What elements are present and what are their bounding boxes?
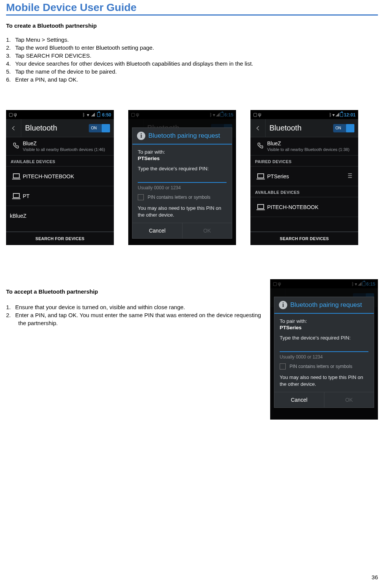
battery-icon: [97, 112, 100, 117]
step-text: Tap Menu > Settings.: [15, 36, 69, 43]
laptop-icon: [254, 173, 267, 180]
own-device-row[interactable]: BlueZ Visible to all nearby Bluetooth de…: [6, 137, 114, 156]
bluetooth-toggle[interactable]: ON: [333, 124, 354, 132]
pin-note: You may also need to type this PIN on th…: [280, 374, 368, 387]
section-heading-accept: To accept a Bluetooth partnership: [6, 288, 263, 295]
step-text: Your device searches for other devices w…: [15, 60, 253, 67]
pairing-dialog: i Bluetooth pairing request To pair with…: [132, 127, 232, 239]
info-icon: i: [137, 132, 145, 140]
actionbar: Bluetooth ON: [6, 119, 114, 137]
section-heading-create: To create a Bluetooth partnership: [6, 22, 378, 29]
own-device-sub: Visible to all nearby Bluetooth devices …: [267, 147, 354, 152]
laptop-icon: [10, 173, 23, 180]
pair-with-label: To pair with:: [280, 318, 368, 324]
pin-input[interactable]: [280, 351, 368, 352]
device-name: kBlueZ: [10, 213, 110, 219]
svg-rect-0: [13, 174, 19, 178]
steps-create: 1.Tap Menu > Settings. 2.Tap the word Bl…: [6, 36, 378, 83]
pin-letters-checkbox[interactable]: PIN contains letters or symbols: [280, 363, 368, 369]
available-header: AVAILABLE DEVICES: [6, 156, 114, 167]
actionbar-title: Bluetooth: [266, 124, 333, 132]
own-device-sub: Visible to all nearby Bluetooth devices …: [23, 147, 110, 152]
statusbar: ▢ψ ᛒ ▾ 6:50: [6, 110, 114, 119]
pair-device-name: PTSeries: [280, 325, 368, 330]
screenshot-accept-dialog: ▢ψ ᛒ▾6:15 i Bluetooth pairing request To…: [270, 279, 378, 420]
svg-rect-6: [258, 204, 264, 209]
device-name: PTSeries: [267, 173, 347, 179]
cancel-button[interactable]: Cancel: [274, 392, 324, 407]
device-row[interactable]: PT: [6, 186, 114, 206]
cancel-button[interactable]: Cancel: [132, 223, 183, 238]
page-number: 36: [371, 574, 378, 580]
screenshot-bluetooth-list: ▢ψ ᛒ ▾ 6:50 Bluetooth ON BlueZ Visible: [6, 110, 114, 245]
pair-device-name: PTSeries: [138, 156, 227, 161]
step-text: Tap the word Bluetooth to enter Bluetoot…: [15, 44, 154, 51]
steps-accept: 1.Ensure that your device is turned on, …: [6, 303, 263, 327]
wifi-icon: ▾: [87, 112, 89, 118]
bluetooth-toggle[interactable]: ON: [89, 124, 110, 132]
pin-letters-checkbox[interactable]: PIN contains letters or symbols: [138, 194, 227, 200]
checkbox-icon: [138, 194, 144, 200]
paired-header: PAIRED DEVICES: [250, 156, 358, 167]
laptop-icon: [10, 192, 23, 200]
phone-icon: [10, 142, 23, 151]
statusbar: ▢ψ ᛒ▾12:01: [250, 110, 358, 119]
dialog-title: i Bluetooth pairing request: [274, 297, 374, 314]
device-row[interactable]: PITECH-NOTEBOOK: [6, 167, 114, 186]
available-header: AVAILABLE DEVICES: [250, 186, 358, 197]
step-text: Enter a PIN, and tap OK. You must enter …: [15, 312, 261, 326]
step-text: Tap SEARCH FOR DEVICES.: [15, 52, 91, 59]
back-button[interactable]: [6, 119, 21, 137]
pin-note: You may also need to type this PIN on th…: [138, 205, 227, 218]
phone-icon: [254, 142, 267, 151]
actionbar: Bluetooth ON: [250, 119, 358, 137]
type-pin-label: Type the device's required PIN:: [280, 335, 368, 341]
search-devices-button[interactable]: SEARCH FOR DEVICES: [250, 231, 358, 245]
own-device-name: BlueZ: [23, 140, 110, 147]
bluetooth-icon: ᛒ: [82, 112, 85, 118]
screenshot-pairing-dialog: ▢ψ ᛒ▾6:15 Bluetooth i Bluetooth pairing …: [128, 110, 236, 245]
screenshot-paired-list: ▢ψ ᛒ▾12:01 Bluetooth ON BlueZ Visible to…: [250, 110, 358, 245]
paired-device-row[interactable]: PTSeries: [250, 167, 358, 186]
checkbox-icon: [280, 363, 286, 369]
laptop-icon: [254, 203, 267, 211]
pin-input[interactable]: [138, 182, 227, 183]
info-icon: i: [279, 301, 287, 309]
dialog-title: i Bluetooth pairing request: [132, 128, 232, 145]
svg-rect-4: [258, 174, 264, 178]
device-name: PITECH-NOTEBOOK: [23, 173, 110, 179]
svg-rect-2: [13, 193, 19, 198]
step-text: Enter a PIN, and tap OK.: [15, 76, 78, 83]
gallery-icon: ▢: [9, 112, 13, 117]
pair-with-label: To pair with:: [138, 149, 227, 155]
device-name: PT: [23, 193, 110, 199]
signal-icon: [91, 113, 95, 116]
pin-hint: Usually 0000 or 1234: [138, 185, 227, 190]
own-device-name: BlueZ: [267, 140, 354, 147]
own-device-row[interactable]: BlueZ Visible to all nearby Bluetooth de…: [250, 137, 358, 156]
title-rule: [6, 14, 378, 16]
ok-button[interactable]: OK: [324, 392, 374, 407]
pin-hint: Usually 0000 or 1234: [280, 354, 368, 360]
back-button[interactable]: [250, 119, 266, 137]
step-text: Tap the name of the device to be paired.: [15, 68, 117, 75]
clock-time: 6:50: [102, 112, 111, 118]
device-row[interactable]: kBlueZ: [6, 206, 114, 226]
device-row[interactable]: PITECH-NOTEBOOK: [250, 197, 358, 217]
step-text: Ensure that your device is turned on, vi…: [15, 304, 185, 310]
device-name: PITECH-NOTEBOOK: [267, 204, 354, 210]
actionbar-title: Bluetooth: [21, 124, 89, 132]
clock-time: 12:01: [344, 112, 356, 118]
search-devices-button[interactable]: SEARCH FOR DEVICES: [6, 231, 114, 245]
pairing-dialog: i Bluetooth pairing request To pair with…: [274, 297, 374, 408]
device-settings-button[interactable]: [347, 172, 354, 181]
type-pin-label: Type the device's required PIN:: [138, 166, 227, 171]
page-title: Mobile Device User Guide: [0, 0, 384, 14]
ok-button[interactable]: OK: [183, 223, 232, 238]
usb-icon: ψ: [14, 112, 17, 117]
